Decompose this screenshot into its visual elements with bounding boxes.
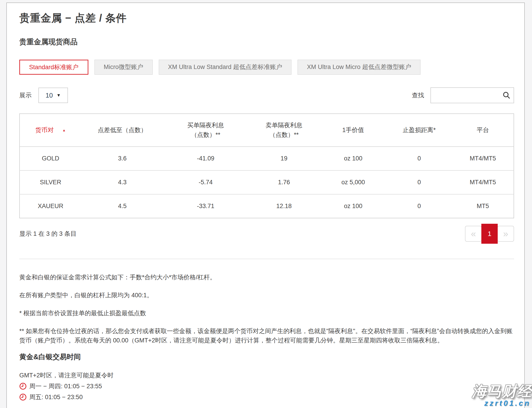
table-row-silver: SILVER 4.3 -5.74 1.76 oz 5,000 0 MT4/MT5 (19, 170, 514, 194)
sort-asc-icon: ▲ (62, 128, 66, 133)
metals-spreads-table: 货币对▲ 点差低至（点数） 买单隔夜利息 （点数）** 卖单隔夜利息 （点数）*… (19, 113, 514, 218)
tab-ultra-low-standard-account[interactable]: XM Ultra Low Standard 超低点差标准账户 (159, 60, 292, 75)
table-row-gold: GOLD 3.6 -41.09 19 oz 100 0 MT4/MT5 (19, 147, 514, 170)
schedule-text: 周一 − 周四: 01:05 − 23:55 (29, 382, 102, 390)
column-header-currency-pair[interactable]: 货币对▲ (19, 114, 81, 147)
cell-symbol: XAUEUR (19, 194, 81, 218)
chevron-down-icon: ▼ (57, 93, 61, 98)
cell-sell-swap: 1.76 (248, 170, 320, 194)
account-type-tabs: Standard标准账户 Micro微型账户 XM Ultra Low Stan… (19, 60, 514, 75)
column-header-label: 点差低至（点数） (98, 127, 147, 133)
pagination-page-1[interactable]: 1 (481, 224, 498, 244)
cell-spread: 4.5 (81, 194, 163, 218)
results-summary: 显示 1 在 3 的 3 条目 (19, 230, 77, 238)
page-size-value: 10 (45, 92, 53, 99)
cell-symbol: GOLD (19, 147, 81, 170)
leverage-note: 在所有账户类型中，白银的杠杆上限均为 400:1。 (19, 291, 514, 300)
page-panel: 贵重金属 − 点差 / 条件 贵重金属现货商品 Standard标准账户 Mic… (6, 2, 525, 408)
column-header-label: 1手价值 (342, 127, 364, 133)
stop-level-footnote: * 根据当前市价设置挂单的最低止损盈最低点数 (19, 309, 514, 318)
cell-sell-swap: 19 (248, 147, 320, 170)
notes-section: 黄金和白银的保证金需求计算公式如下：手数*合约大小*市场价格/杠杆。 在所有账户… (19, 273, 514, 345)
pagination: « 1 » (465, 224, 514, 244)
clock-icon (19, 382, 27, 390)
swap-footnote: ** 如果您有仓位持仓过夜的话，那么您会支付或者获取一些金额，该金额便是两个货币… (19, 327, 514, 346)
page-title: 贵重金属 − 点差 / 条件 (19, 11, 514, 25)
column-header-buy-swap[interactable]: 买单隔夜利息 （点数）** (163, 114, 248, 147)
cell-stop-distance: 0 (386, 194, 452, 218)
search-input[interactable] (430, 87, 514, 103)
pagination-next-button[interactable]: » (497, 226, 514, 242)
column-header-stop-limit-distance[interactable]: 止盈损距离* (386, 114, 452, 147)
cell-stop-distance: 0 (386, 170, 452, 194)
schedule-row-weekdays: 周一 − 周四: 01:05 − 23:55 (19, 382, 514, 390)
pagination-prev-button[interactable]: « (465, 226, 482, 242)
cell-spread: 3.6 (81, 147, 163, 170)
clock-icon (19, 393, 27, 401)
cell-lot-value: oz 100 (320, 194, 386, 218)
cell-lot-value: oz 100 (320, 147, 386, 170)
page-size-select[interactable]: 10 ▼ (38, 88, 68, 103)
column-header-spread-low[interactable]: 点差低至（点数） (81, 114, 163, 147)
tab-standard-account[interactable]: Standard标准账户 (19, 60, 88, 75)
tab-ultra-low-micro-account[interactable]: XM Ultra Low Micro 超低点差微型账户 (298, 60, 420, 75)
cell-stop-distance: 0 (386, 147, 452, 170)
show-entries-label: 展示 (19, 91, 32, 99)
cell-platform: MT4/MT5 (452, 170, 514, 194)
cell-buy-swap: -5.74 (163, 170, 248, 194)
cell-platform: MT4/MT5 (452, 147, 514, 170)
tab-micro-account[interactable]: Micro微型账户 (95, 60, 153, 75)
table-header-row: 货币对▲ 点差低至（点数） 买单隔夜利息 （点数）** 卖单隔夜利息 （点数）*… (19, 114, 514, 147)
timezone-note: GMT+2时区，请注意可能是夏令时 (19, 371, 514, 379)
column-header-label: （点数）** (163, 130, 248, 140)
section-divider (19, 259, 514, 259)
cell-lot-value: oz 5,000 (320, 170, 386, 194)
column-header-label: 货币对 (35, 127, 54, 133)
column-header-sell-swap[interactable]: 卖单隔夜利息 （点数）** (248, 114, 320, 147)
margin-formula-note: 黄金和白银的保证金需求计算公式如下：手数*合约大小*市场价格/杠杆。 (19, 273, 514, 282)
cell-buy-swap: -41.09 (163, 147, 248, 170)
cell-sell-swap: 12.18 (248, 194, 320, 218)
cell-buy-swap: -33.71 (163, 194, 248, 218)
column-header-platform[interactable]: 平台 (452, 114, 514, 147)
cell-symbol: SILVER (19, 170, 81, 194)
column-header-lot-value[interactable]: 1手价值 (320, 114, 386, 147)
table-controls: 展示 10 ▼ 查找 (19, 87, 514, 103)
schedule-row-friday: 周五: 01:05 − 23:50 (19, 393, 514, 401)
trading-hours-heading: 黄金&白银交易时间 (19, 352, 514, 362)
column-header-label: 买单隔夜利息 (163, 121, 248, 130)
schedule-text: 周五: 01:05 − 23:50 (29, 393, 83, 401)
table-row-xaueur: XAUEUR 4.5 -33.71 12.18 oz 100 0 MT5 (19, 194, 514, 218)
column-header-label: 卖单隔夜利息 (248, 121, 320, 130)
search-label: 查找 (412, 91, 424, 99)
column-header-label: （点数）** (248, 130, 320, 140)
column-header-label: 止盈损距离* (403, 127, 436, 133)
page-subtitle: 贵重金属现货商品 (19, 37, 514, 47)
column-header-label: 平台 (477, 127, 489, 133)
cell-spread: 4.3 (81, 170, 163, 194)
cell-platform: MT5 (452, 194, 514, 218)
